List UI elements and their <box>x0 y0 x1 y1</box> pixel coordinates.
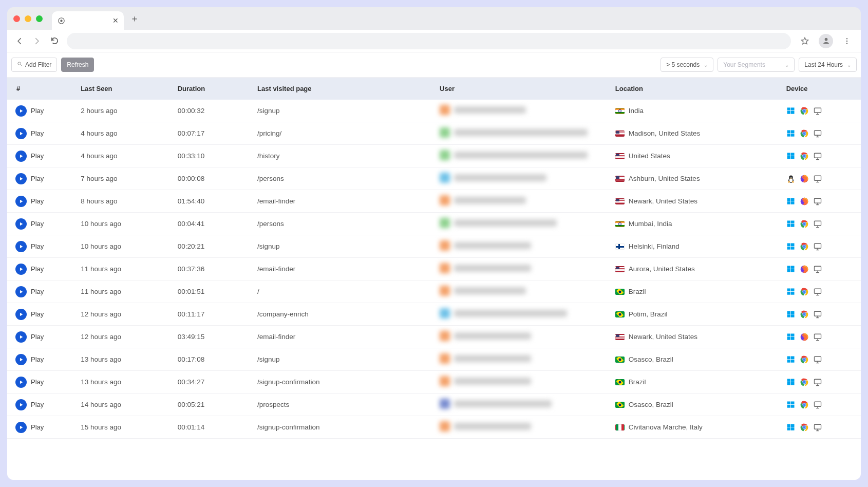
cell-user[interactable] <box>435 371 610 394</box>
chrome-browser-icon <box>800 355 809 364</box>
windows-os-icon <box>786 355 796 364</box>
desktop-device-icon <box>813 332 822 342</box>
desktop-device-icon <box>813 242 822 251</box>
window-maximize-button[interactable] <box>36 15 43 22</box>
reload-button[interactable] <box>49 36 60 46</box>
kebab-menu-icon[interactable] <box>840 34 854 48</box>
play-label: Play <box>31 333 44 341</box>
cell-last-page: /persons <box>252 213 435 235</box>
play-icon <box>15 241 27 252</box>
cell-user[interactable] <box>435 394 610 416</box>
play-button[interactable]: Play <box>15 331 70 343</box>
desktop-device-icon <box>813 287 822 296</box>
cell-user[interactable] <box>435 235 610 258</box>
time-range-dropdown[interactable]: Last 24 Hours ⌄ <box>799 58 857 72</box>
desktop-device-icon <box>813 423 822 432</box>
browser-tab[interactable]: ✕ <box>52 11 124 30</box>
address-bar[interactable] <box>67 33 791 49</box>
flag-icon <box>615 130 625 137</box>
location-text: Mumbai, India <box>629 220 672 228</box>
play-label: Play <box>31 423 44 431</box>
back-button[interactable] <box>14 36 25 46</box>
add-filter-label: Add Filter <box>25 61 51 68</box>
windows-os-icon <box>786 423 796 432</box>
add-filter-button[interactable]: Add Filter <box>11 58 57 72</box>
svg-point-5 <box>846 43 847 44</box>
flag-icon <box>615 198 625 204</box>
play-button[interactable]: Play <box>15 105 70 117</box>
desktop-device-icon <box>813 106 822 116</box>
cell-user[interactable] <box>435 348 610 371</box>
play-button[interactable]: Play <box>15 399 70 410</box>
cell-user[interactable] <box>435 190 610 213</box>
cell-last-seen: 11 hours ago <box>76 280 173 303</box>
forward-button[interactable] <box>32 36 42 46</box>
cell-user[interactable] <box>435 145 610 167</box>
desktop-device-icon <box>813 174 822 183</box>
refresh-button[interactable]: Refresh <box>61 58 94 72</box>
window-minimize-button[interactable] <box>25 15 31 22</box>
table-row: Play 14 hours ago 00:05:21 /prospects Os… <box>7 394 861 416</box>
play-button[interactable]: Play <box>15 241 70 252</box>
play-label: Play <box>31 107 44 115</box>
play-button[interactable]: Play <box>15 286 70 297</box>
play-button[interactable]: Play <box>15 218 70 230</box>
cell-location: Newark, United States <box>615 333 776 341</box>
play-button[interactable]: Play <box>15 354 70 365</box>
chrome-browser-icon <box>800 423 809 432</box>
sessions-table-wrap[interactable]: # Last Seen Duration Last visited page U… <box>7 78 861 480</box>
svg-point-2 <box>824 38 827 41</box>
duration-filter-dropdown[interactable]: > 5 seconds ⌄ <box>661 58 713 72</box>
play-button[interactable]: Play <box>15 128 70 139</box>
table-row: Play 4 hours ago 00:07:17 /pricing/ Madi… <box>7 122 861 145</box>
desktop-device-icon <box>813 355 822 364</box>
play-button[interactable]: Play <box>15 309 70 320</box>
cell-device <box>786 242 856 251</box>
window-close-button[interactable] <box>13 15 20 22</box>
play-button[interactable]: Play <box>15 151 70 162</box>
table-row: Play 15 hours ago 00:01:14 /signup-confi… <box>7 416 861 439</box>
cell-device <box>786 423 856 432</box>
duration-filter-value: > 5 seconds <box>666 61 700 68</box>
cell-device <box>786 197 856 206</box>
table-row: Play 12 hours ago 00:11:17 /company-enri… <box>7 303 861 326</box>
chevron-down-icon: ⌄ <box>785 62 789 68</box>
windows-os-icon <box>786 129 796 138</box>
cell-device <box>786 400 856 409</box>
play-button[interactable]: Play <box>15 264 70 275</box>
chevron-down-icon: ⌄ <box>847 62 851 68</box>
cell-user[interactable] <box>435 167 610 190</box>
play-button[interactable]: Play <box>15 422 70 433</box>
cell-duration: 00:00:08 <box>173 167 252 190</box>
table-row: Play 4 hours ago 00:33:10 /history Unite… <box>7 145 861 167</box>
cell-user[interactable] <box>435 213 610 235</box>
cell-last-page: /history <box>252 145 435 167</box>
play-button[interactable]: Play <box>15 377 70 388</box>
play-button[interactable]: Play <box>15 196 70 207</box>
cell-last-page: /email-finder <box>252 258 435 280</box>
cell-user[interactable] <box>435 258 610 280</box>
firefox-browser-icon <box>800 265 809 274</box>
cell-user[interactable] <box>435 416 610 439</box>
location-text: India <box>629 107 644 115</box>
new-tab-button[interactable]: ＋ <box>127 11 142 26</box>
desktop-device-icon <box>813 219 822 229</box>
cell-user[interactable] <box>435 303 610 326</box>
cell-user[interactable] <box>435 100 610 122</box>
segments-dropdown[interactable]: Your Segments ⌄ <box>718 58 795 72</box>
profile-avatar-icon[interactable] <box>819 34 833 48</box>
cell-last-seen: 13 hours ago <box>76 371 173 394</box>
cell-last-page: /signup <box>252 348 435 371</box>
cell-duration: 00:05:21 <box>173 394 252 416</box>
bookmark-star-icon[interactable] <box>798 34 812 48</box>
svg-point-6 <box>18 62 21 65</box>
cell-device <box>786 129 856 138</box>
play-label: Play <box>31 242 44 250</box>
tab-close-button[interactable]: ✕ <box>112 16 119 25</box>
cell-user[interactable] <box>435 280 610 303</box>
cell-last-seen: 2 hours ago <box>76 100 173 122</box>
play-button[interactable]: Play <box>15 173 70 184</box>
cell-user[interactable] <box>435 326 610 348</box>
window-controls <box>13 15 43 22</box>
cell-user[interactable] <box>435 122 610 145</box>
